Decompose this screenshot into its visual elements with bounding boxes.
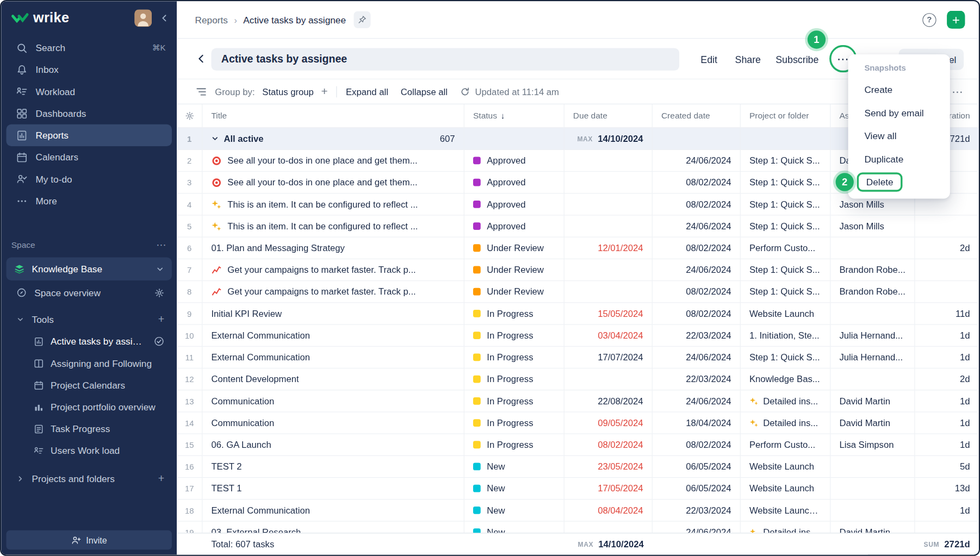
task-title-cell[interactable]: Communication	[202, 390, 464, 412]
project-cell[interactable]: Step 1: Quick S...	[741, 172, 830, 193]
tool-item-project-calendars[interactable]: Project Calendars	[6, 374, 172, 396]
project-cell[interactable]: Step 1: Quick S...	[741, 259, 830, 281]
due-date-cell[interactable]	[565, 522, 653, 533]
add-tool-icon[interactable]: +	[158, 314, 164, 325]
table-row[interactable]: 11External CommunicationIn Progress17/07…	[177, 347, 978, 368]
project-cell[interactable]: Website Launch	[741, 456, 830, 478]
project-cell[interactable]: Perform Custo...	[741, 434, 830, 456]
group-by-value[interactable]: Status group	[262, 86, 314, 96]
assignee-cell[interactable]: Jason Mills	[830, 215, 915, 237]
table-row[interactable]: 8Get your campaigns to market faster. Tr…	[177, 281, 978, 303]
assignee-cell[interactable]: Julia Hernand...	[830, 325, 915, 347]
task-title-cell[interactable]: See all your to-dos in one place and get…	[202, 150, 464, 172]
status-cell[interactable]: Approved	[464, 215, 565, 237]
table-row[interactable]: 1506. GA LaunchIn Progress08/02/202408/0…	[177, 434, 978, 456]
status-cell[interactable]: Under Review	[464, 259, 565, 281]
column-header-title[interactable]: Title	[202, 104, 464, 128]
due-date-cell[interactable]	[565, 193, 653, 215]
table-more-icon[interactable]: ⋯	[952, 85, 964, 98]
share-button[interactable]: Share	[735, 54, 761, 66]
collapse-sidebar-icon[interactable]	[159, 13, 169, 23]
table-row[interactable]: 10External CommunicationIn Progress03/04…	[177, 325, 978, 347]
table-row[interactable]: 17TEST 1New17/05/202406/05/2024Website L…	[177, 478, 978, 499]
sidebar-item-space-overview[interactable]: Space overview	[6, 282, 172, 303]
due-date-cell[interactable]: 03/04/2024	[565, 325, 653, 347]
due-date-cell[interactable]: 22/08/2024	[565, 390, 653, 412]
status-cell[interactable]: New	[464, 478, 565, 499]
refresh-icon[interactable]	[460, 86, 470, 96]
help-icon[interactable]: ?	[922, 13, 936, 27]
status-cell[interactable]: Approved	[464, 150, 565, 172]
create-new-button[interactable]: +	[947, 11, 965, 29]
gear-icon[interactable]	[154, 288, 164, 297]
table-row[interactable]: 9Initial KPI ReviewIn Progress15/05/2024…	[177, 303, 978, 324]
collapse-all-button[interactable]: Collapse all	[401, 86, 448, 96]
tool-item-portfolio-overview[interactable]: Project portfolio overview	[6, 396, 172, 418]
wrike-logo[interactable]: wrike	[11, 10, 70, 26]
project-cell[interactable]: Perform Custo...	[741, 238, 830, 259]
table-row[interactable]: 1903. External ResearchNew24/06/2024Deta…	[177, 522, 978, 533]
sidebar-item-knowledge-base[interactable]: Knowledge Base	[6, 257, 172, 280]
space-more-icon[interactable]: ⋯	[156, 239, 167, 251]
sidebar-item-inbox[interactable]: Inbox	[6, 59, 172, 80]
task-title-cell[interactable]: External Communication	[202, 499, 464, 521]
sidebar-section-projects-folders[interactable]: Projects and folders +	[6, 468, 172, 490]
project-cell[interactable]: Website Launch	[741, 478, 830, 499]
assignee-cell[interactable]: David Martin	[830, 390, 915, 412]
tool-item-users-workload[interactable]: Users Work load	[6, 440, 172, 461]
status-cell[interactable]: In Progress	[464, 368, 565, 390]
due-date-cell[interactable]	[565, 368, 653, 390]
table-row[interactable]: 16TEST 2New23/05/202406/05/2024Website L…	[177, 456, 978, 478]
subscribe-button[interactable]: Subscribe	[776, 54, 818, 66]
column-header-project[interactable]: Project or folder	[741, 104, 830, 128]
due-date-cell[interactable]	[565, 215, 653, 237]
task-title-cell[interactable]: 06. GA Launch	[202, 434, 464, 456]
project-cell[interactable]: 1. Initiation, Ste...	[741, 325, 830, 347]
sidebar-item-search[interactable]: Search ⌘K	[6, 37, 172, 59]
project-cell[interactable]: Detailed ins...	[741, 390, 830, 412]
add-project-icon[interactable]: +	[158, 473, 164, 484]
assignee-cell[interactable]	[830, 456, 915, 478]
due-date-cell[interactable]: 23/05/2024	[565, 456, 653, 478]
status-cell[interactable]: New	[464, 522, 565, 533]
add-group-icon[interactable]: +	[321, 85, 328, 98]
task-title-cell[interactable]: External Communication	[202, 347, 464, 368]
chevron-down-icon[interactable]	[211, 135, 219, 142]
due-date-cell[interactable]: 12/01/2024	[565, 238, 653, 259]
status-cell[interactable]: In Progress	[464, 325, 565, 347]
project-cell[interactable]: Website Launch...	[741, 499, 830, 521]
status-cell[interactable]: In Progress	[464, 412, 565, 434]
column-header-due-date[interactable]: Due date	[565, 104, 653, 128]
assignee-cell[interactable]: Brandon Robe...	[830, 259, 915, 281]
due-date-cell[interactable]	[565, 281, 653, 303]
status-cell[interactable]: New	[464, 499, 565, 521]
status-cell[interactable]: New	[464, 456, 565, 478]
project-cell[interactable]: Step 1: Quick S...	[741, 281, 830, 303]
task-title-cell[interactable]: TEST 2	[202, 456, 464, 478]
assignee-cell[interactable]	[830, 478, 915, 499]
pin-button[interactable]	[354, 11, 371, 28]
sidebar-item-reports[interactable]: Reports	[6, 124, 172, 146]
column-header-created-date[interactable]: Created date	[653, 104, 741, 128]
assignee-cell[interactable]	[830, 499, 915, 521]
table-row[interactable]: 14CommunicationIn Progress09/05/202418/0…	[177, 412, 978, 434]
project-cell[interactable]: Knowledge Bas...	[741, 368, 830, 390]
task-title-cell[interactable]: This is an item. It can be configured to…	[202, 193, 464, 215]
due-date-cell[interactable]	[565, 259, 653, 281]
status-cell[interactable]: In Progress	[464, 347, 565, 368]
assignee-cell[interactable]: Lisa Simpson	[830, 434, 915, 456]
task-title-cell[interactable]: Get your campaigns to market faster. Tra…	[202, 259, 464, 281]
status-cell[interactable]: Under Review	[464, 281, 565, 303]
status-cell[interactable]: Approved	[464, 193, 565, 215]
menu-item-delete[interactable]: Delete	[848, 171, 950, 194]
table-row[interactable]: 12Content DevelopmentIn Progress22/03/20…	[177, 368, 978, 390]
column-header-status[interactable]: Status↓	[464, 104, 565, 128]
menu-item-send-by-email[interactable]: Send by email	[848, 101, 950, 124]
assignee-cell[interactable]	[830, 368, 915, 390]
user-avatar[interactable]	[134, 9, 152, 27]
assignee-cell[interactable]: Julia Hernand...	[830, 347, 915, 368]
project-cell[interactable]: Step 1: Quick S...	[741, 150, 830, 172]
assignee-cell[interactable]	[830, 303, 915, 324]
sidebar-item-my-todo[interactable]: My to-do	[6, 168, 172, 190]
table-row[interactable]: 18External CommunicationNew08/04/202422/…	[177, 499, 978, 521]
